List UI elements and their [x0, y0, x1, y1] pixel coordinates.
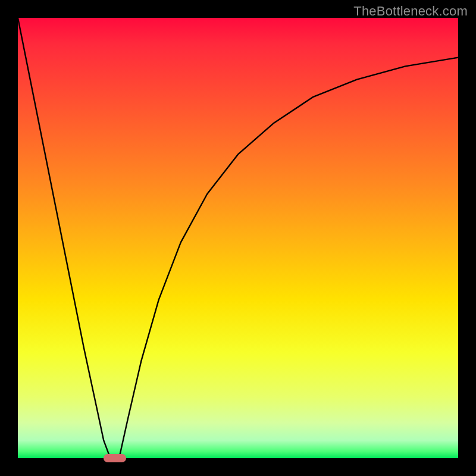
- watermark-text: TheBottleneck.com: [353, 4, 468, 19]
- curve-left-branch: [18, 18, 110, 458]
- optimal-point-marker: [104, 454, 126, 462]
- curve-right-branch: [119, 58, 458, 458]
- chart-curve-layer: [18, 18, 458, 458]
- chart-frame: [18, 18, 458, 458]
